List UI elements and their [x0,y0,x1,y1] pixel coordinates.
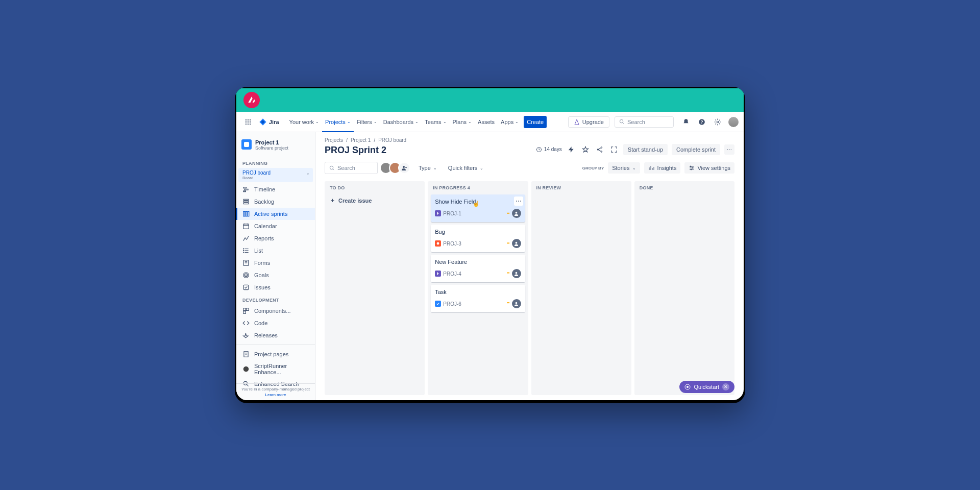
svg-point-51 [597,149,598,150]
share-icon[interactable] [595,144,605,155]
learn-more-link[interactable]: Learn more [239,393,312,397]
priority-icon: = [507,241,510,246]
svg-point-5 [250,121,251,122]
assignee-avatar[interactable] [512,239,521,248]
svg-rect-42 [243,311,246,314]
svg-point-66 [516,241,518,243]
chevron-down-icon: ⌄ [306,171,310,176]
nav-filters[interactable]: Filters⌄ [354,116,380,128]
view-settings-button[interactable]: View settings [684,162,734,174]
svg-point-2 [250,119,251,120]
more-actions-icon[interactable]: ⋯ [724,144,734,155]
nav-plans[interactable]: Plans⌄ [450,116,475,128]
close-icon[interactable]: ✕ [722,383,729,390]
sprint-days-remaining: 14 days [536,146,562,153]
sidebar-item-backlog[interactable]: Backlog [236,195,315,208]
svg-point-30 [243,249,244,249]
sidebar-item-scriptrunner-enhance-[interactable]: ScriptRunner Enhance... [236,360,315,378]
app-switcher-icon[interactable] [241,115,255,129]
svg-point-4 [248,121,249,122]
section-planning-label: PLANNING [236,157,315,168]
profile-avatar[interactable] [728,117,739,127]
breadcrumb-item[interactable]: Project 1 [351,137,371,143]
column-header: IN PROGRESS 4 [431,185,525,190]
automation-icon[interactable] [566,144,576,155]
svg-line-10 [623,122,624,124]
sidebar-item-timeline[interactable]: Timeline [236,183,315,195]
board-selector[interactable]: PROJ board Board ⌄ [238,168,313,182]
add-people-icon[interactable] [398,162,410,174]
nav-apps[interactable]: Apps⌄ [498,116,522,128]
notifications-icon[interactable] [681,117,691,127]
sidebar-item-components-[interactable]: Components... [236,305,315,317]
svg-line-53 [599,148,601,149]
sidebar-item-code[interactable]: Code [236,317,315,329]
complete-sprint-button[interactable]: Complete sprint [672,144,720,155]
svg-point-8 [250,123,251,124]
issue-card[interactable]: New FeaturePROJ-4= [431,255,525,282]
sidebar-item-forms[interactable]: Forms [236,257,315,269]
quickstart-button[interactable]: Quickstart ✕ [679,381,734,393]
start-standup-button[interactable]: Start stand-up [623,144,668,155]
create-issue-button[interactable]: ＋Create issue [328,194,422,206]
sidebar-item-releases[interactable]: Releases [236,329,315,341]
assignee-avatar[interactable] [512,209,521,218]
breadcrumb-item[interactable]: PROJ board [378,137,406,143]
sidebar-item-list[interactable]: List [236,244,315,257]
fullscreen-icon[interactable] [609,144,619,155]
svg-point-52 [601,151,602,152]
settings-icon[interactable] [713,117,723,127]
sidebar-item-goals[interactable]: Goals [236,269,315,281]
board-search-input[interactable]: Search [325,162,378,174]
svg-point-64 [516,211,518,213]
cursor-icon: ☝ [473,201,480,207]
svg-point-13 [717,121,719,123]
issue-card[interactable]: BugPROJ-3= [431,225,525,252]
board-column-in-progress: IN PROGRESS 4Show Hide Field⋯☝PROJ-1=Bug… [428,181,528,395]
issue-card[interactable]: TaskPROJ-6= [431,285,525,312]
column-header: DONE [638,185,731,190]
nav-dashboards[interactable]: Dashboards⌄ [380,116,422,128]
svg-rect-23 [243,224,249,229]
svg-line-56 [333,168,334,169]
svg-point-38 [246,275,246,275]
create-button[interactable]: Create [524,116,547,128]
svg-rect-16 [243,191,246,192]
star-icon[interactable] [580,144,591,155]
section-development-label: DEVELOPMENT [236,293,315,305]
column-header: TO DO [328,185,422,190]
nav-projects[interactable]: Projects⌄ [322,116,354,128]
product-name: Jira [269,119,279,125]
help-icon[interactable]: ? [697,117,707,127]
nav-assets[interactable]: Assets [475,116,498,128]
assignee-avatar[interactable] [512,299,521,308]
breadcrumb-item[interactable]: Projects [325,137,343,143]
type-filter[interactable]: Type⌄ [415,163,440,173]
quick-filters[interactable]: Quick filters⌄ [445,163,486,173]
board-column-to-do: TO DO＋Create issue [325,181,425,395]
sidebar-item-reports[interactable]: Reports [236,232,315,244]
sidebar-item-calendar[interactable]: Calendar [236,220,315,232]
upgrade-button[interactable]: Upgrade [568,116,609,128]
project-header[interactable]: Project 1 Software project [236,138,315,157]
assignee-avatars[interactable] [383,162,410,174]
brand-logo-icon [243,92,260,108]
svg-rect-18 [243,201,248,202]
insights-button[interactable]: Insights [644,162,680,174]
priority-icon: = [507,302,510,306]
nav-your-work[interactable]: Your work⌄ [286,116,323,128]
sidebar-item-project-pages[interactable]: Project pages [236,348,315,360]
assignee-avatar[interactable] [512,269,521,278]
sidebar-item-issues[interactable]: Issues [236,281,315,293]
issue-card[interactable]: Show Hide Field⋯☝PROJ-1= [431,194,525,222]
project-type: Software project [255,145,288,151]
svg-point-0 [246,119,247,120]
sidebar-item-active-sprints[interactable]: Active sprints [236,208,315,220]
jira-logo[interactable]: Jira [259,118,279,126]
nav-teams[interactable]: Teams⌄ [422,116,449,128]
top-navigation: Jira Your work⌄Projects⌄Filters⌄Dashboar… [236,112,744,132]
global-search-input[interactable]: Search [615,116,674,128]
svg-point-7 [248,123,249,124]
group-by-select[interactable]: Stories⌄ [608,162,640,174]
card-menu-icon[interactable]: ⋯ [514,197,523,206]
